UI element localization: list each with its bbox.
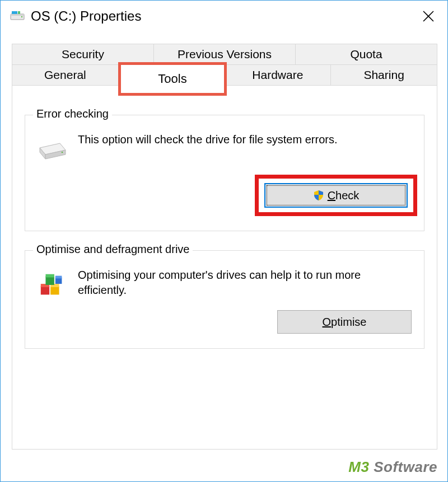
groupbox-legend: Optimise and defragment drive	[33, 243, 193, 256]
svg-rect-18	[55, 276, 62, 279]
defragment-text: Optimising your computer's drives can he…	[78, 266, 412, 298]
window-title: OS (C:) Properties	[31, 8, 416, 24]
tab-hardware[interactable]: Hardware	[225, 64, 331, 86]
defragment-icon	[38, 270, 68, 300]
svg-rect-16	[45, 274, 54, 278]
watermark: M3 Software	[348, 458, 437, 476]
titlebar: OS (C:) Properties	[1, 1, 447, 31]
tab-tools[interactable]: Tools	[118, 62, 227, 96]
close-icon	[422, 10, 435, 22]
drive-icon	[10, 8, 25, 24]
tab-quota[interactable]: Quota	[295, 44, 437, 65]
client-area: Security Previous Versions Quota General…	[1, 31, 447, 450]
check-button-highlight: Check	[255, 175, 417, 216]
svg-rect-1	[11, 14, 24, 16]
groupbox-legend: Error checking	[33, 107, 112, 120]
tab-page-tools: Error checking This option will check th…	[12, 86, 437, 450]
watermark-brand: M3	[348, 458, 369, 475]
close-button[interactable]	[416, 4, 441, 29]
tab-sharing[interactable]: Sharing	[330, 64, 437, 86]
tab-tools-label: Tools	[158, 72, 186, 86]
hard-drive-icon	[38, 134, 68, 165]
svg-rect-15	[45, 277, 54, 285]
uac-shield-icon	[313, 190, 324, 201]
svg-rect-3	[18, 11, 20, 14]
check-button-label: Check	[328, 189, 360, 202]
svg-rect-11	[41, 286, 49, 294]
tab-general[interactable]: General	[12, 64, 118, 86]
error-checking-text: This option will check the drive for fil…	[78, 131, 412, 147]
svg-point-4	[21, 16, 22, 17]
svg-rect-13	[50, 286, 59, 294]
groupbox-defragment: Optimise and defragment drive	[25, 250, 424, 349]
check-button[interactable]: Check	[264, 183, 408, 208]
svg-rect-2	[12, 11, 17, 14]
groupbox-error-checking: Error checking This option will check th…	[25, 115, 424, 231]
properties-window: OS (C:) Properties Security Previous Ver…	[0, 0, 448, 482]
optimise-button-label: Optimise	[323, 316, 367, 329]
watermark-rest: Software	[369, 458, 437, 475]
optimise-button[interactable]: Optimise	[277, 310, 412, 334]
tab-strip: Security Previous Versions Quota General…	[12, 44, 437, 450]
svg-point-10	[62, 152, 63, 153]
